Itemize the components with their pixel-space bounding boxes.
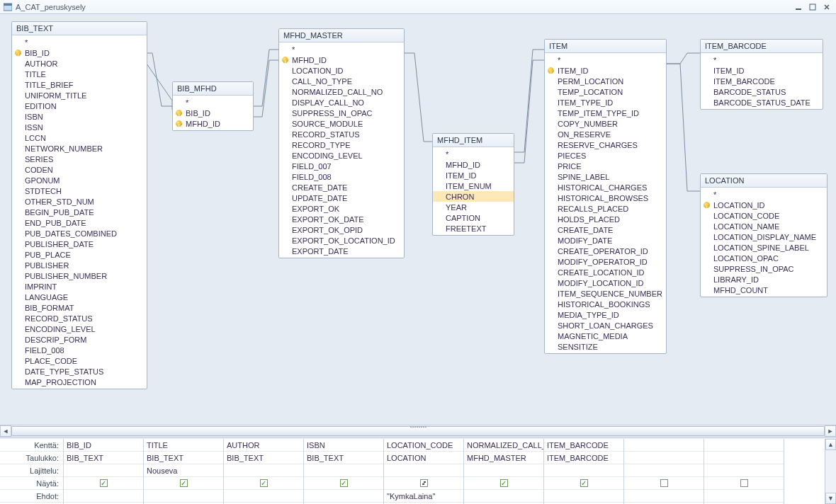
field-row[interactable]: PUBLISHER_DATE: [12, 239, 147, 249]
field-row[interactable]: SUPPRESS_IN_OPAC: [701, 263, 827, 274]
field-row[interactable]: NORMALIZED_CALL_NO: [279, 86, 404, 97]
field-row[interactable]: SPINE_LABEL: [545, 171, 666, 182]
field-row[interactable]: LOCATION_ID: [701, 200, 827, 210]
qbe-table-cell[interactable]: [704, 452, 784, 464]
qbe-field-cell[interactable]: [704, 439, 784, 452]
field-row[interactable]: MAP_PROJECTION: [12, 377, 147, 387]
field-row[interactable]: ITEM_ID: [545, 65, 666, 76]
field-row[interactable]: LOCATION_OPAC: [701, 253, 827, 263]
table-header[interactable]: BIB_TEXT: [12, 22, 147, 35]
field-row[interactable]: BIB_ID: [12, 47, 147, 58]
field-row[interactable]: EDITION: [12, 101, 147, 111]
field-row[interactable]: TEMP_ITEM_TYPE_ID: [545, 108, 666, 118]
field-row[interactable]: TITLE_BRIEF: [12, 79, 147, 90]
field-row[interactable]: RECORD_STATUS: [12, 313, 147, 323]
qbe-criteria-cell[interactable]: [544, 490, 623, 503]
qbe-criteria-cell[interactable]: [64, 490, 143, 503]
field-row[interactable]: SERIES: [12, 154, 147, 164]
table-mfhd-master[interactable]: MFHD_MASTER *MFHD_IDLOCATION_IDCALL_NO_T…: [278, 28, 405, 258]
field-row[interactable]: HISTORICAL_CHARGES: [545, 182, 666, 193]
field-row[interactable]: MFHD_ID: [279, 55, 404, 65]
table-header[interactable]: MFHD_ITEM: [433, 134, 514, 147]
qbe-sort-cell[interactable]: [224, 464, 303, 477]
qbe-table-cell[interactable]: ITEM_BARCODE: [544, 452, 623, 464]
field-row[interactable]: DISPLAY_CALL_NO: [279, 97, 404, 108]
field-row[interactable]: PUBLISHER_NUMBER: [12, 270, 147, 281]
qbe-table-cell[interactable]: MFHD_MASTER: [464, 452, 543, 464]
qbe-column[interactable]: LOCATION_CODELOCATION"KymkaLaina": [384, 439, 464, 504]
show-checkbox[interactable]: [100, 479, 108, 487]
qbe-show-cell[interactable]: [224, 477, 303, 490]
qbe-field-cell[interactable]: TITLE: [144, 439, 223, 452]
qbe-sort-cell[interactable]: [384, 464, 463, 477]
field-row[interactable]: MEDIA_TYPE_ID: [545, 309, 666, 320]
show-checkbox[interactable]: [580, 479, 588, 487]
qbe-table-cell[interactable]: LOCATION: [384, 452, 463, 464]
show-checkbox[interactable]: [420, 479, 428, 487]
qbe-table-cell[interactable]: [624, 452, 704, 464]
field-row[interactable]: LOCATION_DISPLAY_NAME: [701, 231, 827, 242]
qbe-criteria-cell[interactable]: "KymkaLaina": [384, 490, 463, 503]
qbe-show-cell[interactable]: [144, 477, 223, 490]
field-row[interactable]: RECORD_TYPE: [279, 139, 404, 150]
qbe-column[interactable]: BIB_IDBIB_TEXT: [64, 439, 144, 504]
qbe-field-cell[interactable]: LOCATION_CODE: [384, 439, 463, 452]
field-row[interactable]: BARCODE_STATUS_DATE: [701, 97, 823, 108]
table-bib-text[interactable]: BIB_TEXT *BIB_IDAUTHORTITLETITLE_BRIEFUN…: [11, 21, 147, 389]
field-row[interactable]: FIELD_008: [12, 345, 147, 355]
field-row[interactable]: YEAR: [433, 202, 514, 212]
field-row[interactable]: PUB_PLACE: [12, 249, 147, 260]
qbe-field-cell[interactable]: ISBN: [304, 439, 383, 452]
qbe-grid[interactable]: Kenttä: Taulukko: Lajittelu: Näytä: Ehdo…: [0, 439, 836, 504]
field-row[interactable]: EXPORT_OK_LOCATION_ID: [279, 235, 404, 246]
qbe-column[interactable]: AUTHORBIB_TEXT: [224, 439, 304, 504]
scroll-down-button[interactable]: ▼: [825, 493, 836, 504]
field-row[interactable]: BEGIN_PUB_DATE: [12, 207, 147, 217]
field-row[interactable]: LOCATION_NAME: [701, 221, 827, 231]
qbe-sort-cell[interactable]: [464, 464, 543, 477]
field-row[interactable]: SHORT_LOAN_CHARGES: [545, 320, 666, 331]
field-row[interactable]: ITEM_SEQUENCE_NUMBER: [545, 288, 666, 299]
field-row[interactable]: MODIFY_DATE: [545, 235, 666, 246]
show-checkbox[interactable]: [340, 479, 348, 487]
qbe-column[interactable]: TITLEBIB_TEXTNouseva: [144, 439, 224, 504]
table-location[interactable]: LOCATION *LOCATION_IDLOCATION_CODELOCATI…: [700, 173, 827, 297]
qbe-show-cell[interactable]: [544, 477, 623, 490]
field-row[interactable]: *: [545, 55, 666, 65]
qbe-sort-cell[interactable]: [304, 464, 383, 477]
show-checkbox[interactable]: [260, 479, 268, 487]
field-row[interactable]: HOLDS_PLACED: [545, 214, 666, 224]
scroll-up-button[interactable]: ▲: [825, 439, 836, 450]
field-row[interactable]: MFHD_COUNT: [701, 285, 827, 295]
field-row[interactable]: TEMP_LOCATION: [545, 86, 666, 97]
field-row[interactable]: CODEN: [12, 164, 147, 175]
field-row[interactable]: ON_RESERVE: [545, 129, 666, 139]
field-row[interactable]: RECORD_STATUS: [279, 129, 404, 139]
field-row[interactable]: EXPORT_OK_DATE: [279, 214, 404, 224]
field-row[interactable]: FIELD_007: [279, 161, 404, 171]
field-row[interactable]: RECALLS_PLACED: [545, 203, 666, 214]
field-row[interactable]: MFHD_ID: [433, 159, 514, 170]
field-row[interactable]: PUBLISHER: [12, 260, 147, 270]
splitter-grip[interactable]: [390, 425, 446, 429]
field-row[interactable]: PLACE_CODE: [12, 355, 147, 366]
show-checkbox[interactable]: [740, 479, 748, 487]
field-row[interactable]: LOCATION_SPINE_LABEL: [701, 242, 827, 253]
field-row[interactable]: PUB_DATES_COMBINED: [12, 228, 147, 239]
qbe-criteria-cell[interactable]: [224, 490, 303, 503]
field-row[interactable]: ENCODING_LEVEL: [279, 150, 404, 161]
field-row[interactable]: SUPPRESS_IN_OPAC: [279, 108, 404, 118]
qbe-table-cell[interactable]: BIB_TEXT: [64, 452, 143, 464]
field-row[interactable]: ITEM_ENUM: [433, 181, 514, 191]
field-row[interactable]: PRICE: [545, 161, 666, 171]
design-canvas[interactable]: BIB_TEXT *BIB_IDAUTHORTITLETITLE_BRIEFUN…: [0, 14, 836, 425]
field-row[interactable]: UPDATE_DATE: [279, 193, 404, 203]
qbe-show-cell[interactable]: [304, 477, 383, 490]
scroll-right-button[interactable]: ►: [825, 425, 836, 437]
field-row[interactable]: MODIFY_OPERATOR_ID: [545, 256, 666, 267]
table-header[interactable]: ITEM_BARCODE: [701, 40, 823, 53]
qbe-column[interactable]: [624, 439, 704, 504]
qbe-column[interactable]: [704, 439, 784, 504]
field-row[interactable]: STDTECH: [12, 185, 147, 196]
field-row[interactable]: END_PUB_DATE: [12, 217, 147, 228]
